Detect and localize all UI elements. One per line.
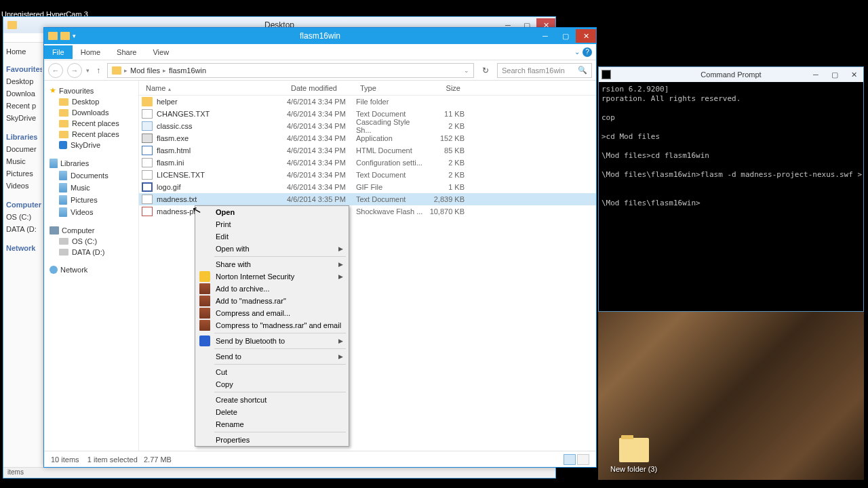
context-menu: Open Print Edit Open with▶ Share with▶ N…	[195, 205, 349, 447]
exe-icon	[142, 134, 153, 143]
nav-os-drive[interactable]: OS (C:)	[44, 236, 138, 247]
rar-icon	[199, 308, 210, 319]
help-icon[interactable]: ?	[583, 47, 592, 57]
library-icon	[50, 159, 58, 168]
folder-icon	[112, 66, 121, 75]
nav-data-drive[interactable]: DATA (D:)	[44, 247, 138, 258]
maximize-button[interactable]: ▢	[555, 29, 576, 43]
nav-pictures[interactable]: Pictures	[44, 194, 138, 206]
status-bar: 10 items 1 item selected 2.77 MB	[44, 451, 596, 467]
close-button[interactable]: ✕	[576, 29, 596, 43]
nav-music[interactable]: Music	[44, 182, 138, 194]
tab-view[interactable]: View	[144, 45, 177, 59]
tab-file[interactable]: File	[44, 45, 73, 59]
rar-icon	[199, 320, 210, 331]
nav-skydrive[interactable]: SkyDrive	[44, 140, 138, 150]
network-icon	[50, 266, 58, 274]
command-prompt-window: Command Prompt ─ ▢ ✕ rsion 6.2.9200] rpo…	[598, 66, 864, 312]
css-icon	[142, 121, 153, 131]
ctx-add-archive[interactable]: Add to archive...	[195, 283, 349, 295]
rar-icon	[199, 283, 210, 294]
ctx-copy[interactable]: Copy	[195, 378, 349, 390]
breadcrumb[interactable]: ▸ Mod files ▸ flasm16win ⌄	[107, 63, 474, 78]
tab-home[interactable]: Home	[73, 45, 108, 59]
status-bar: items	[3, 467, 555, 478]
file-row[interactable]: LICENSE.TXT 4/6/2014 3:34 PM Text Docume…	[139, 169, 596, 181]
forward-button[interactable]: →	[67, 63, 82, 78]
file-row[interactable]: flasm.ini 4/6/2014 3:34 PM Configuration…	[139, 157, 596, 169]
norton-icon	[199, 271, 210, 282]
ctx-norton[interactable]: Norton Internet Security▶	[195, 270, 349, 283]
file-row[interactable]: logo.gif 4/6/2014 3:34 PM GIF File 1 KB	[139, 181, 596, 193]
file-row[interactable]: madness.txt 4/6/2014 3:35 PM Text Docume…	[139, 193, 596, 205]
folder-icon	[142, 97, 153, 106]
minimize-button[interactable]: ─	[535, 29, 555, 43]
terminal-output[interactable]: rsion 6.2.9200] rporation. All rights re…	[599, 82, 863, 211]
nav-downloads[interactable]: Downloads	[44, 107, 138, 118]
ctx-print[interactable]: Print	[195, 218, 349, 230]
ini-icon	[142, 158, 153, 167]
nav-documents[interactable]: Documents	[44, 169, 138, 182]
gif-icon	[142, 182, 153, 192]
nav-videos[interactable]: Videos	[44, 206, 138, 218]
search-icon: 🔍	[578, 66, 587, 75]
ctx-properties[interactable]: Properties	[195, 434, 349, 446]
computer-icon	[50, 226, 59, 235]
file-row[interactable]: helper 4/6/2014 3:34 PM File folder	[139, 96, 596, 108]
ctx-edit[interactable]: Edit	[195, 230, 349, 243]
close-button[interactable]: ✕	[844, 68, 863, 81]
chevron-right-icon: ▶	[338, 245, 343, 252]
ctx-open-with[interactable]: Open with▶	[195, 243, 349, 255]
ctx-send-to[interactable]: Send to▶	[195, 350, 349, 363]
sort-indicator-icon: ▴	[165, 86, 171, 92]
maximize-button[interactable]: ▢	[825, 68, 844, 81]
ribbon-tabs: File Home Share View ⌄ ?	[44, 44, 596, 60]
ctx-share-with[interactable]: Share with▶	[195, 258, 349, 270]
nav-recent[interactable]: Recent places	[44, 129, 138, 140]
nav-recent[interactable]: Recent places	[44, 118, 138, 129]
ctx-bluetooth[interactable]: Send by Bluetooth to▶	[195, 335, 349, 347]
icons-view-button[interactable]	[577, 454, 589, 465]
refresh-button[interactable]: ↻	[478, 66, 493, 75]
ctx-rename[interactable]: Rename	[195, 418, 349, 430]
address-bar: ← → ▾ ↑ ▸ Mod files ▸ flasm16win ⌄ ↻ Sea…	[44, 60, 596, 81]
up-button[interactable]: ↑	[94, 66, 103, 75]
tab-share[interactable]: Share	[108, 45, 144, 59]
search-input[interactable]: Search flasm16win 🔍	[497, 63, 592, 78]
ctx-compress-email[interactable]: Compress and email...	[195, 307, 349, 319]
desktop-wallpaper: New folder (3)	[598, 312, 864, 480]
ctx-shortcut[interactable]: Create shortcut	[195, 394, 349, 406]
minimize-button[interactable]: ─	[806, 68, 825, 81]
titlebar[interactable]: Command Prompt ─ ▢ ✕	[599, 67, 863, 82]
ctx-delete[interactable]: Delete	[195, 406, 349, 418]
nav-pane-partial: Home Favourites Desktop Downloa Recent p…	[3, 43, 44, 476]
folder-icon	[48, 32, 58, 40]
ctx-add-rar[interactable]: Add to "madness.rar"	[195, 295, 349, 307]
file-row[interactable]: classic.css 4/6/2014 3:34 PM Cascading S…	[139, 120, 596, 132]
folder-icon	[60, 32, 70, 40]
column-headers[interactable]: Name▴ Date modified Type Size	[139, 81, 596, 96]
navigation-pane[interactable]: ★Favourites Desktop Downloads Recent pla…	[44, 81, 139, 451]
chevron-right-icon: ▶	[338, 273, 343, 280]
chevron-right-icon: ▶	[338, 338, 343, 344]
desktop-folder-new[interactable]: New folder (3)	[610, 438, 657, 473]
titlebar[interactable]: ▾ flasm16win ─ ▢ ✕	[44, 28, 596, 44]
window-title: flasm16win	[300, 31, 340, 41]
file-row[interactable]: flasm.html 4/6/2014 3:34 PM HTML Documen…	[139, 144, 596, 157]
nav-desktop[interactable]: Desktop	[44, 96, 138, 107]
folder-icon	[619, 438, 649, 462]
rar-icon	[199, 296, 210, 306]
swf-icon	[142, 207, 153, 216]
file-row[interactable]: flasm.exe 4/6/2014 3:34 PM Application 1…	[139, 132, 596, 144]
ctx-cut[interactable]: Cut	[195, 366, 349, 378]
back-button[interactable]: ←	[48, 63, 63, 78]
html-icon	[142, 146, 153, 155]
cmd-icon	[601, 70, 611, 79]
ctx-open[interactable]: Open	[195, 206, 349, 218]
expand-ribbon-icon[interactable]: ⌄	[574, 48, 580, 56]
star-icon: ★	[50, 86, 56, 95]
details-view-button[interactable]	[564, 454, 576, 465]
txt-icon	[142, 109, 153, 119]
bluetooth-icon	[199, 336, 210, 346]
ctx-compress-rar-email[interactable]: Compress to "madness.rar" and email	[195, 319, 349, 331]
